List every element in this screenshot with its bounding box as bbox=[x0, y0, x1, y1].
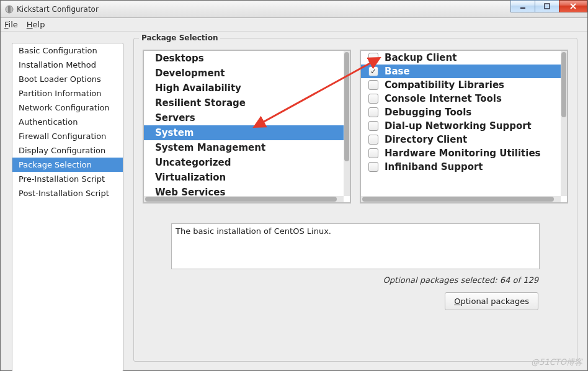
package-label: Backup Client bbox=[385, 52, 457, 63]
sidebar-item[interactable]: Pre-Installation Script bbox=[12, 172, 123, 186]
category-item[interactable]: Uncategorized bbox=[144, 155, 344, 170]
minimize-button[interactable] bbox=[510, 0, 535, 12]
menu-file[interactable]: File bbox=[4, 20, 18, 29]
package-item[interactable]: Directory Client bbox=[361, 133, 561, 146]
window-title: Kickstart Configurator bbox=[17, 5, 511, 14]
checkbox-icon[interactable] bbox=[368, 94, 378, 104]
package-label: Dial-up Networking Support bbox=[385, 120, 532, 132]
maximize-button[interactable] bbox=[535, 0, 559, 12]
menubar: File Help bbox=[1, 18, 587, 32]
category-item[interactable]: High Availability bbox=[144, 81, 344, 96]
watermark: @51CTO博客 bbox=[531, 357, 582, 368]
sidebar-item[interactable]: Post-Installation Script bbox=[12, 186, 123, 200]
category-item[interactable]: Development bbox=[144, 66, 344, 81]
package-item[interactable]: Base bbox=[361, 65, 561, 78]
sidebar-item[interactable]: Basic Configuration bbox=[12, 43, 123, 58]
category-scrollbar-h[interactable] bbox=[144, 196, 344, 202]
svg-rect-1 bbox=[8, 6, 11, 12]
app-window: Kickstart Configurator File Help Basic C… bbox=[0, 0, 588, 371]
checkbox-icon[interactable] bbox=[368, 53, 378, 63]
sidebar-item[interactable]: Firewall Configuration bbox=[12, 129, 123, 143]
status-optional-count: Optional packages selected: 64 of 129 bbox=[143, 275, 538, 285]
category-panel: DesktopsDevelopmentHigh AvailabilityResi… bbox=[143, 50, 351, 203]
optional-packages-button[interactable]: Optional packages bbox=[445, 292, 538, 310]
close-button[interactable] bbox=[559, 0, 587, 12]
titlebar[interactable]: Kickstart Configurator bbox=[1, 1, 587, 18]
category-item[interactable]: Servers bbox=[144, 110, 344, 125]
checkbox-icon[interactable] bbox=[368, 80, 378, 90]
package-item[interactable]: Backup Client bbox=[361, 51, 561, 65]
category-item[interactable]: Virtualization bbox=[144, 170, 344, 185]
package-scrollbar-h[interactable] bbox=[361, 196, 561, 202]
sidebar-item[interactable]: Package Selection bbox=[12, 158, 123, 172]
window-controls bbox=[511, 1, 587, 17]
checkbox-icon[interactable] bbox=[368, 148, 378, 158]
package-item[interactable]: Hardware Monitoring Utilities bbox=[361, 146, 561, 160]
package-item[interactable]: Dial-up Networking Support bbox=[361, 119, 561, 133]
package-item[interactable]: Compatibility Libraries bbox=[361, 78, 561, 92]
svg-rect-3 bbox=[545, 4, 550, 9]
package-label: Compatibility Libraries bbox=[385, 79, 504, 91]
app-icon bbox=[4, 4, 14, 14]
category-list[interactable]: DesktopsDevelopmentHigh AvailabilityResi… bbox=[144, 51, 344, 196]
package-scrollbar-v[interactable] bbox=[561, 51, 567, 196]
sidebar-item[interactable]: Network Configuration bbox=[12, 101, 123, 115]
package-label: Debugging Tools bbox=[385, 107, 471, 118]
checkbox-icon[interactable] bbox=[368, 107, 378, 117]
sidebar[interactable]: Basic ConfigurationInstallation MethodBo… bbox=[12, 43, 123, 371]
content-area: Basic ConfigurationInstallation MethodBo… bbox=[1, 32, 587, 370]
checkbox-icon[interactable] bbox=[368, 135, 378, 145]
group-legend: Package Selection bbox=[139, 34, 220, 42]
sidebar-item[interactable]: Boot Loader Options bbox=[12, 72, 123, 86]
category-item[interactable]: System bbox=[144, 125, 344, 140]
package-item[interactable]: Infiniband Support bbox=[361, 160, 561, 174]
package-panel: Backup ClientBaseCompatibility Libraries… bbox=[360, 50, 568, 203]
package-label: Directory Client bbox=[385, 134, 467, 145]
package-list[interactable]: Backup ClientBaseCompatibility Libraries… bbox=[361, 51, 561, 196]
category-item[interactable]: Resilient Storage bbox=[144, 96, 344, 110]
category-scrollbar-v[interactable] bbox=[344, 51, 350, 196]
package-label: Infiniband Support bbox=[385, 161, 483, 172]
sidebar-item[interactable]: Installation Method bbox=[12, 58, 123, 72]
checkbox-icon[interactable] bbox=[368, 66, 378, 76]
package-label: Console Internet Tools bbox=[385, 93, 502, 104]
svg-rect-2 bbox=[520, 7, 525, 9]
package-selection-group: Package Selection DesktopsDevelopmentHig… bbox=[133, 38, 577, 362]
checkbox-icon[interactable] bbox=[368, 162, 378, 172]
package-item[interactable]: Console Internet Tools bbox=[361, 92, 561, 105]
category-item[interactable]: Web Services bbox=[144, 185, 344, 196]
package-label: Base bbox=[385, 66, 410, 77]
description-box: The basic installation of CentOS Linux. bbox=[171, 223, 540, 269]
category-item[interactable]: System Management bbox=[144, 140, 344, 155]
sidebar-item[interactable]: Authentication bbox=[12, 115, 123, 129]
sidebar-item[interactable]: Display Configuration bbox=[12, 143, 123, 158]
package-label: Hardware Monitoring Utilities bbox=[385, 148, 540, 159]
category-item[interactable]: Desktops bbox=[144, 51, 344, 66]
sidebar-item[interactable]: Partition Information bbox=[12, 86, 123, 101]
checkbox-icon[interactable] bbox=[368, 121, 378, 131]
menu-help[interactable]: Help bbox=[27, 20, 45, 29]
package-item[interactable]: Debugging Tools bbox=[361, 105, 561, 119]
